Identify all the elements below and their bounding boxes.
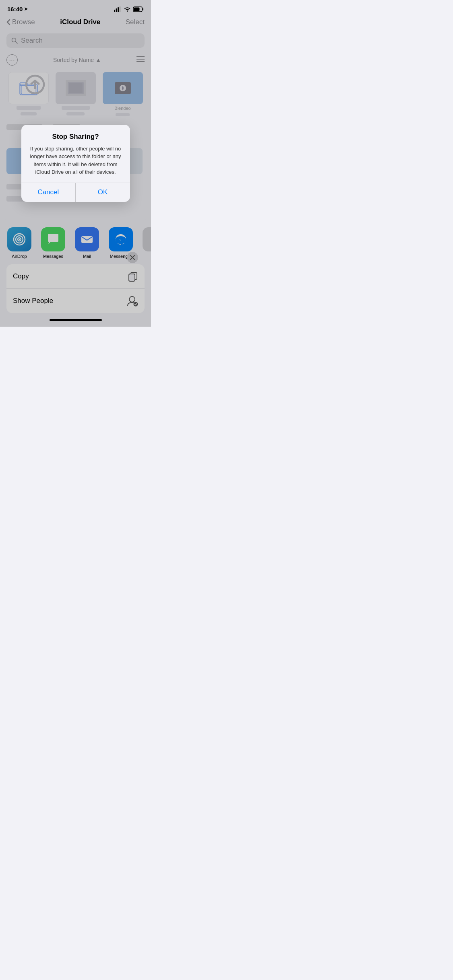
dialog-cancel-button[interactable]: Cancel <box>21 183 76 202</box>
dialog-title: Stop Sharing? <box>28 133 124 141</box>
dialog-ok-button[interactable]: OK <box>76 183 130 202</box>
dialog-message: If you stop sharing, other people will n… <box>28 145 124 176</box>
dialog-buttons: Cancel OK <box>21 183 130 202</box>
dialog-content: Stop Sharing? If you stop sharing, other… <box>21 125 130 183</box>
dialog-overlay: Stop Sharing? If you stop sharing, other… <box>0 0 151 327</box>
stop-sharing-dialog: Stop Sharing? If you stop sharing, other… <box>21 125 130 202</box>
